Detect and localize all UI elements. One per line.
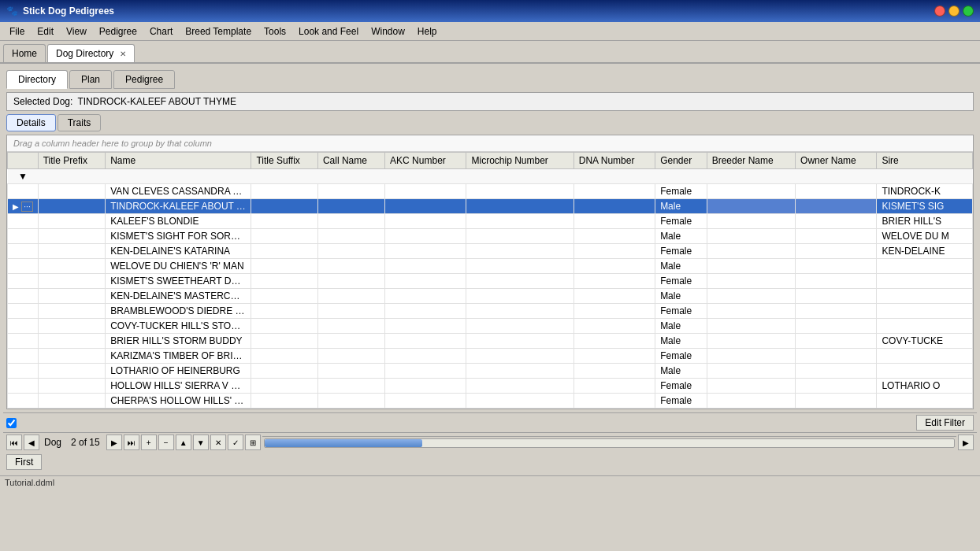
table-row[interactable]: BRIER HILL'S STORM BUDDYMaleCOVY-TUCKE	[8, 334, 973, 349]
cell-akc_number	[385, 214, 466, 229]
menu-view[interactable]: View	[60, 24, 93, 39]
cell-call_name	[317, 259, 384, 274]
cell-title_suffix	[251, 184, 317, 199]
menu-tools[interactable]: Tools	[258, 24, 292, 39]
menu-window[interactable]: Window	[365, 24, 411, 39]
nav-cancel-button[interactable]: ✕	[210, 435, 226, 450]
selected-dog-label: Selected Dog:	[13, 96, 72, 107]
table-row[interactable]: KISMET'S SWEETHEART DEALFemale	[8, 274, 973, 289]
col-title-prefix[interactable]: Title Prefix	[38, 153, 106, 169]
col-microchip[interactable]: Microchip Number	[466, 153, 574, 169]
cell-dna	[574, 244, 655, 259]
nav-add-button[interactable]: +	[141, 435, 157, 450]
cell-call_name	[317, 289, 384, 304]
cell-title_prefix	[38, 259, 106, 274]
cell-title_prefix	[38, 349, 106, 364]
table-row[interactable]: CHERPA'S HOLLOW HILLS' STEJANFemale	[8, 394, 973, 409]
tab-close-icon[interactable]: ✕	[120, 50, 126, 58]
nav-scroll-right[interactable]: ▶	[958, 435, 974, 450]
nav-last-button[interactable]: ⏭	[124, 435, 139, 450]
cell-breeder	[707, 364, 795, 379]
menu-breed-template[interactable]: Breed Template	[179, 24, 258, 39]
table-row[interactable]: LOTHARIO OF HEINERBURGMale	[8, 364, 973, 379]
menu-look-and-feel[interactable]: Look and Feel	[292, 24, 365, 39]
table-row[interactable]: WELOVE DU CHIEN'S 'R' MANMale	[8, 259, 973, 274]
tabbar: Home Dog Directory ✕	[0, 41, 980, 64]
table-row[interactable]: VAN CLEVES CASSANDRA V KALEEFFemaleTINDR…	[8, 184, 973, 199]
titlebar-left: 🐾 Stick Dog Pedigrees	[6, 6, 114, 17]
table-row[interactable]: COVY-TUCKER HILL'S STORM BRIERMale	[8, 319, 973, 334]
subtab-pedigree[interactable]: Pedigree	[113, 70, 175, 89]
col-sire[interactable]: Sire	[877, 153, 973, 169]
cell-gender: Male	[655, 289, 707, 304]
cell-call_name	[317, 304, 384, 319]
row-edit-dots[interactable]: ···	[21, 202, 32, 212]
table-row[interactable]: KEN-DELAINE'S KATARINAFemaleKEN-DELAINE	[8, 244, 973, 259]
cell-sire: TINDROCK-K	[877, 184, 973, 199]
col-title-suffix[interactable]: Title Suffix	[251, 153, 317, 169]
cell-title_prefix	[38, 334, 106, 349]
row-expand-arrow[interactable]: ▶	[13, 202, 19, 211]
col-call-name[interactable]: Call Name	[317, 153, 384, 169]
cell-microchip	[466, 274, 574, 289]
table-row[interactable]: KARIZMA'S TIMBER OF BRIER HILLFemale	[8, 349, 973, 364]
nav-delete-button[interactable]: −	[158, 435, 174, 450]
scroll-thumb[interactable]	[265, 439, 422, 447]
col-breeder[interactable]: Breeder Name	[707, 153, 795, 169]
table-row[interactable]: KEN-DELAINE'S MASTERCHARGEMale	[8, 289, 973, 304]
cell-akc_number	[385, 304, 466, 319]
col-dna[interactable]: DNA Number	[574, 153, 655, 169]
col-gender[interactable]: Gender	[655, 153, 707, 169]
cell-akc_number	[385, 364, 466, 379]
edit-filter-button[interactable]: Edit Filter	[916, 415, 974, 431]
row-indicator	[8, 229, 39, 244]
scroll-track[interactable]	[264, 438, 955, 448]
detail-tab-details[interactable]: Details	[6, 114, 56, 131]
filter-checkbox[interactable]	[6, 418, 17, 428]
table-row[interactable]: BRAMBLEWOOD'S DIEDRE V NOCHEE IIFemale	[8, 304, 973, 319]
cell-sire: WELOVE DU M	[877, 229, 973, 244]
table-row[interactable]: HOLLOW HILLS' SIERRA V CHERPAFemaleLOTHA…	[8, 379, 973, 394]
table-row[interactable]: ▶ ···TINDROCK-KALEEF ABOUT THYMEMaleKISM…	[8, 199, 973, 214]
cell-owner	[796, 274, 877, 289]
nav-grid-button[interactable]: ⊞	[245, 435, 261, 450]
horizontal-scrollbar[interactable]	[262, 436, 956, 449]
menu-help[interactable]: Help	[411, 24, 444, 39]
cell-name: BRAMBLEWOOD'S DIEDRE V NOCHEE II	[106, 304, 251, 319]
first-button[interactable]: First	[6, 454, 42, 470]
tab-home[interactable]: Home	[3, 44, 46, 62]
cell-gender: Female	[655, 379, 707, 394]
cell-akc_number	[385, 184, 466, 199]
cell-microchip	[466, 244, 574, 259]
col-name[interactable]: Name	[106, 153, 251, 169]
nav-save-button[interactable]: ✓	[228, 435, 243, 450]
col-akc-number[interactable]: AKC Number	[385, 153, 466, 169]
cell-call_name	[317, 394, 384, 409]
nav-down-button[interactable]: ▼	[193, 435, 209, 450]
cell-owner	[796, 304, 877, 319]
nav-first-button[interactable]: ⏮	[6, 435, 22, 450]
close-button[interactable]	[934, 6, 945, 17]
detail-tab-traits[interactable]: Traits	[58, 114, 102, 131]
menu-file[interactable]: File	[3, 24, 31, 39]
cell-microchip	[466, 379, 574, 394]
cell-owner	[796, 199, 877, 214]
minimize-button[interactable]	[948, 6, 960, 17]
nav-next-button[interactable]: ▶	[106, 435, 122, 450]
nav-prev-button[interactable]: ◀	[24, 435, 39, 450]
table-row[interactable]: KALEEF'S BLONDIEFemaleBRIER HILL'S	[8, 214, 973, 229]
tab-dog-directory[interactable]: Dog Directory ✕	[47, 44, 135, 62]
cell-microchip	[466, 214, 574, 229]
cell-akc_number	[385, 394, 466, 409]
subtab-plan[interactable]: Plan	[69, 70, 112, 89]
maximize-button[interactable]	[963, 6, 974, 17]
col-owner[interactable]: Owner Name	[796, 153, 877, 169]
cell-title_prefix	[38, 394, 106, 409]
table-row[interactable]: KISMET'S SIGHT FOR SORE EYESMaleWELOVE D…	[8, 229, 973, 244]
subtab-directory[interactable]: Directory	[6, 70, 68, 89]
menu-edit[interactable]: Edit	[31, 24, 60, 39]
menu-pedigree[interactable]: Pedigree	[93, 24, 143, 39]
menu-chart[interactable]: Chart	[143, 24, 179, 39]
row-indicator	[8, 394, 39, 409]
nav-up-button[interactable]: ▲	[176, 435, 191, 450]
